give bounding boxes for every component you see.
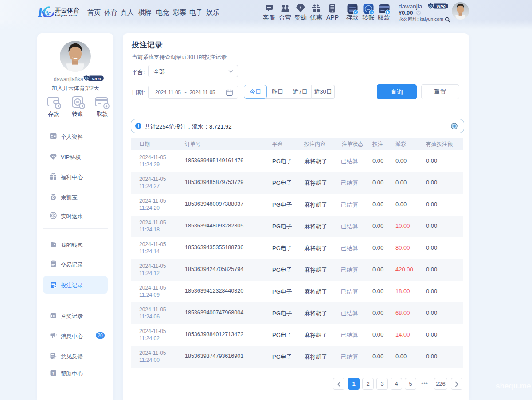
svg-text:VIP0: VIP0 [436,4,446,9]
svg-text:?: ? [52,371,55,376]
svg-text:VIP0: VIP0 [92,76,101,81]
